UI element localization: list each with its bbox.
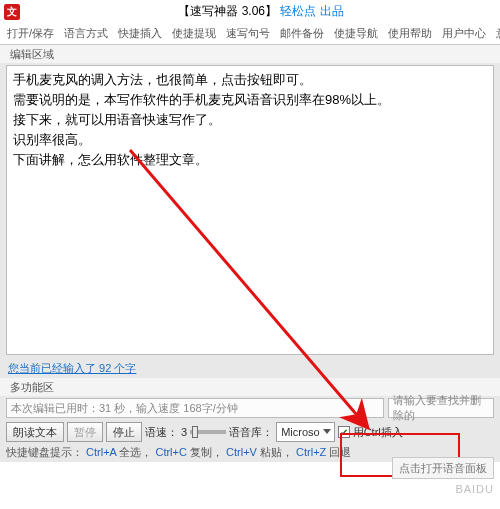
edit-area-label: 编辑区域: [0, 45, 500, 63]
multi-function-box: 本次编辑已用时：31 秒，输入速度 168字/分钟 请输入要查找并删除的 朗读文…: [0, 396, 500, 462]
ctrl-insert-label: 用Ctrl插入: [353, 425, 403, 440]
menu-feedback[interactable]: 意见反馈: [491, 24, 500, 43]
app-title: 【速写神器 3.06】 轻松点 出品: [26, 3, 496, 20]
editor-container: 手机麦克风的调入方法，也很简单，点击按钮即可。 需要说明的是，本写作软件的手机麦…: [0, 63, 500, 357]
menu-help[interactable]: 使用帮助: [383, 24, 437, 43]
counter-row: 您当前已经输入了 92 个字: [0, 357, 500, 378]
editor-line: 手机麦克风的调入方法，也很简单，点击按钮即可。: [13, 70, 487, 90]
kbd: Ctrl+A: [86, 446, 116, 458]
menu-user-center[interactable]: 用户中心: [437, 24, 491, 43]
hint-text: 粘贴，: [257, 446, 293, 458]
editor-line: 需要说明的是，本写作软件的手机麦克风语音识别率在98%以上。: [13, 90, 487, 110]
stop-button[interactable]: 停止: [106, 422, 142, 442]
status-field: 本次编辑已用时：31 秒，输入速度 168字/分钟: [6, 398, 384, 418]
controls-row: 朗读文本 暂停 停止 语速： 3 语音库： Microso ✔ 用Ctrl插入: [6, 422, 494, 442]
menu-quick-insert[interactable]: 快捷插入: [113, 24, 167, 43]
menu-open-save[interactable]: 打开/保存: [2, 24, 59, 43]
speed-label: 语速：: [145, 425, 178, 440]
title-bar: 文 【速写神器 3.06】 轻松点 出品: [0, 0, 500, 23]
hint-text: 回退: [326, 446, 351, 458]
kbd: Ctrl+V: [226, 446, 257, 458]
voice-bank-select[interactable]: Microso: [276, 422, 335, 442]
hint-text: 全选，: [116, 446, 152, 458]
watermark: BAIDU: [455, 483, 494, 495]
title-brand: 轻松点 出品: [280, 4, 343, 18]
voice-bank-label: 语音库：: [229, 425, 273, 440]
editor-line: 接下来，就可以用语音快速写作了。: [13, 110, 487, 130]
speed-slider[interactable]: [190, 430, 226, 434]
search-delete-input[interactable]: 请输入要查找并删除的: [388, 398, 494, 418]
kbd: Ctrl+Z: [296, 446, 326, 458]
kbd: Ctrl+C: [155, 446, 186, 458]
read-text-button[interactable]: 朗读文本: [6, 422, 64, 442]
menu-quick-pick[interactable]: 使捷提现: [167, 24, 221, 43]
menu-period[interactable]: 速写句号: [221, 24, 275, 43]
speed-value: 3: [181, 426, 187, 438]
open-voice-panel-button[interactable]: 点击打开语音面板: [392, 457, 494, 479]
char-counter-link[interactable]: 您当前已经输入了 92 个字: [8, 362, 136, 374]
editor-line: 识别率很高。: [13, 130, 487, 150]
menu-mail-backup[interactable]: 邮件备份: [275, 24, 329, 43]
slider-thumb-icon: [192, 426, 198, 438]
hint-prefix: 快捷键盘提示：: [6, 446, 83, 458]
app-icon: 文: [4, 4, 20, 20]
menu-quick-nav[interactable]: 使捷导航: [329, 24, 383, 43]
hint-text: 复制，: [187, 446, 223, 458]
pause-button[interactable]: 暂停: [67, 422, 103, 442]
ctrl-insert-checkbox[interactable]: ✔: [338, 426, 350, 438]
menu-bar: 打开/保存 语言方式 快捷插入 使捷提现 速写句号 邮件备份 使捷导航 使用帮助…: [0, 23, 500, 45]
title-main: 【速写神器 3.06】: [178, 4, 277, 18]
editor-line: 下面讲解，怎么用软件整理文章。: [13, 150, 487, 170]
editor-textarea[interactable]: 手机麦克风的调入方法，也很简单，点击按钮即可。 需要说明的是，本写作软件的手机麦…: [6, 65, 494, 355]
menu-lang[interactable]: 语言方式: [59, 24, 113, 43]
